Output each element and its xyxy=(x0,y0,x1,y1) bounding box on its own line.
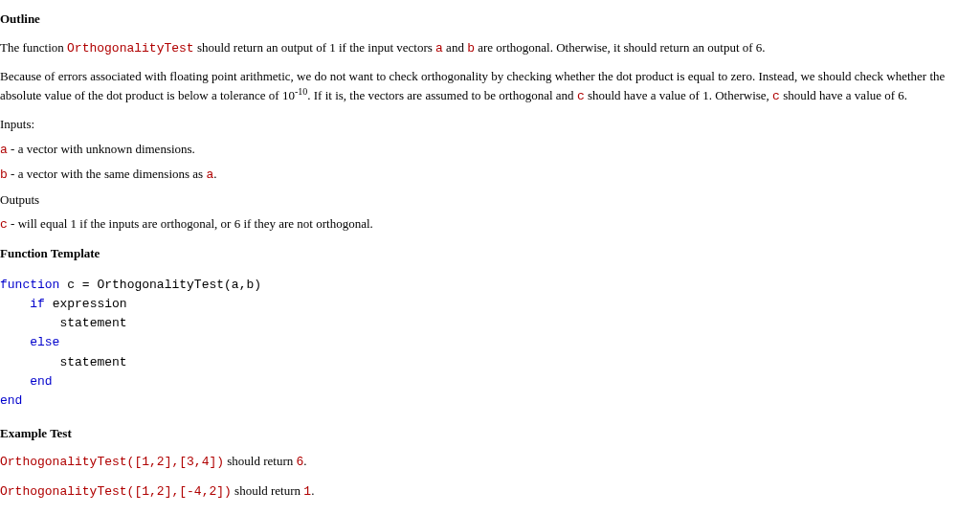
code-keyword: end xyxy=(0,393,22,408)
text: The function xyxy=(0,40,67,55)
code-fn-name: OrthogonalityTest xyxy=(67,41,194,56)
code-call: OrthogonalityTest([1,2],[3,4]) xyxy=(0,455,224,469)
text: . If it is, the vectors are assumed to b… xyxy=(307,88,577,102)
text: should return an output of 1 if the inpu… xyxy=(194,40,435,55)
heading-inputs: Inputs: xyxy=(0,115,978,134)
text: should have a value of 6. xyxy=(780,88,907,102)
code-var-c: c xyxy=(0,217,8,232)
text: are orthogonal. Otherwise, it should ret… xyxy=(475,40,766,55)
code-text: c = OrthogonalityTest(a,b) xyxy=(67,278,261,292)
heading-outline: Outline xyxy=(0,10,978,29)
text: . xyxy=(213,167,216,181)
code-keyword: if xyxy=(30,297,52,311)
intro-paragraph-2: Because of errors associated with floati… xyxy=(0,67,978,105)
heading-example-test: Example Test xyxy=(0,424,978,443)
example-1-line: OrthogonalityTest([1,2],[3,4]) should re… xyxy=(0,452,978,472)
heading-function-template: Function Template xyxy=(0,244,978,263)
code-return: 1 xyxy=(303,484,311,499)
code-template-block: function c = OrthogonalityTest(a,b) if e… xyxy=(0,276,978,411)
exponent: -10 xyxy=(295,85,307,96)
input-a-line: a - a vector with unknown dimensions. xyxy=(0,140,978,160)
code-var-b: b xyxy=(467,41,475,56)
output-c-line: c - will equal 1 if the inputs are ortho… xyxy=(0,214,978,235)
text: . xyxy=(311,483,314,498)
text: should return xyxy=(232,483,303,498)
input-b-line: b - a vector with the same dimensions as… xyxy=(0,165,978,185)
example-2-line: OrthogonalityTest([1,2],[-4,2]) should r… xyxy=(0,481,978,502)
code-text: statement xyxy=(59,316,126,330)
code-keyword: else xyxy=(30,335,59,349)
text: - a vector with the same dimensions as xyxy=(8,167,207,181)
text: should have a value of 1. Otherwise, xyxy=(585,88,772,102)
text: - will equal 1 if the inputs are orthogo… xyxy=(8,216,373,231)
code-text: expression xyxy=(53,297,127,311)
code-keyword: function xyxy=(0,278,67,292)
code-keyword: end xyxy=(30,374,52,389)
heading-outputs: Outputs xyxy=(0,190,978,210)
code-var-b: b xyxy=(0,168,8,182)
code-var-a: a xyxy=(0,143,8,157)
text: - a vector with unknown dimensions. xyxy=(8,142,195,156)
code-var-c: c xyxy=(577,89,585,103)
code-text: statement xyxy=(59,355,126,369)
text: and xyxy=(443,40,467,55)
code-var-c: c xyxy=(772,89,780,103)
code-call: OrthogonalityTest([1,2],[-4,2]) xyxy=(0,484,232,499)
intro-paragraph-1: The function OrthogonalityTest should re… xyxy=(0,38,978,58)
text: . xyxy=(303,454,306,468)
text: should return xyxy=(224,454,296,468)
document-page: Outline The function OrthogonalityTest s… xyxy=(0,10,980,514)
code-var-a: a xyxy=(435,41,443,56)
